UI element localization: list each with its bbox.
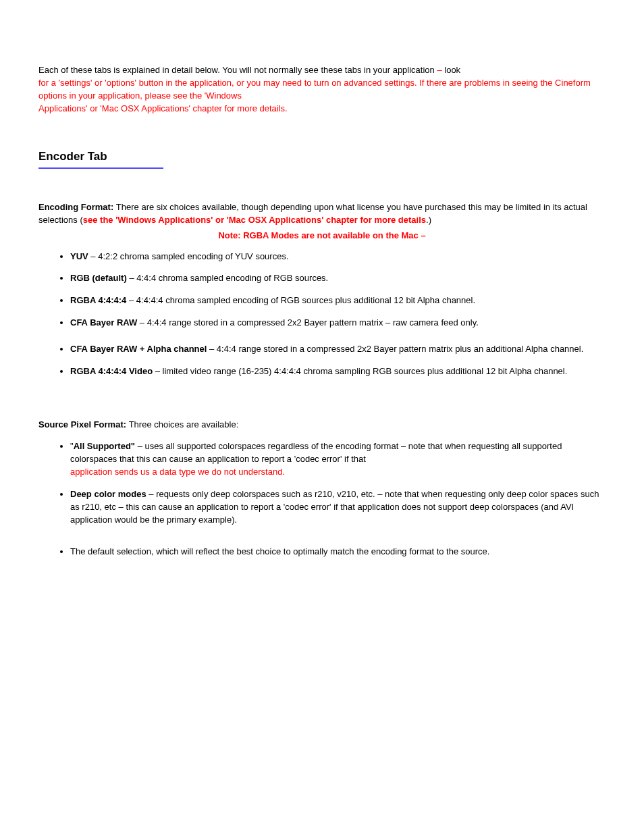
encoding-format-list: YUV – 4:2:2 chroma sampled encoding of Y… [38, 251, 606, 378]
section-rule [38, 167, 163, 169]
encoding-format-block: Encoding Format: There are six choices a… [38, 201, 606, 378]
item-name: RGB (default) [70, 273, 127, 283]
item-desc: The default selection, which will reflec… [70, 546, 489, 556]
subsection-label: Source Pixel Format: [38, 419, 129, 429]
list-item: CFA Bayer RAW – 4:4:4 range stored in a … [70, 317, 606, 330]
item-desc: 4:4:4:4 chroma sampled encoding of RGB s… [136, 295, 475, 305]
source-pixel-format-block: Source Pixel Format: Three choices are a… [38, 419, 606, 558]
item-name: RGBA 4:4:4:4 Video [70, 366, 153, 376]
item-sep: – [127, 273, 136, 283]
item-tail: – raw camera feed only. [385, 317, 479, 328]
encoder-tab-heading: Encoder Tab [38, 149, 606, 169]
item-sep: – [135, 441, 144, 451]
item-desc: 4:4:4 chroma sampled encoding of RGB sou… [136, 273, 328, 283]
list-item: RGBA 4:4:4:4 Video – limited video range… [70, 365, 606, 378]
intro-text: Windows [206, 90, 242, 101]
encoding-format-note-line: Note: RGBA Modes are not available on th… [38, 230, 606, 242]
list-item: Deep color modes – requests only deep co… [70, 488, 606, 527]
item-desc: requests only deep colorspaces such as r… [156, 489, 377, 499]
item-sep: – [146, 489, 156, 499]
item-sep: – [153, 366, 162, 376]
item-sep: – [207, 344, 216, 354]
item-sep: – [88, 251, 98, 261]
item-name: CFA Bayer RAW + Alpha channel [70, 344, 207, 354]
encoding-format-hi: see the 'Windows Applications' or 'Mac O… [83, 215, 426, 225]
source-intro: Three choices are available: [129, 419, 239, 429]
encoding-format-note-dash: – [419, 230, 426, 240]
intro-dash: – [437, 65, 444, 75]
item-trail: – this can cause an application to repor… [70, 502, 574, 525]
encoding-format-lead-end: .) [426, 215, 431, 225]
item-name: Deep color modes [70, 489, 146, 499]
intro-paragraph: Each of these tabs is explained in detai… [38, 64, 606, 115]
item-name: YUV [70, 251, 88, 261]
intro-text: Applications' or 'Mac OSX Applications' … [38, 103, 288, 113]
item-desc: 4:4:4 range stored in a compressed 2x2 B… [147, 317, 385, 328]
list-item: CFA Bayer RAW + Alpha channel – 4:4:4 ra… [70, 343, 606, 356]
list-item: RGBA 4:4:4:4 – 4:4:4:4 chroma sampled en… [70, 294, 606, 307]
source-list: "All Supported" – uses all supported col… [38, 440, 606, 558]
item-sep: – [126, 295, 136, 305]
intro-text: look [444, 65, 460, 75]
item-name: All Supported" [74, 441, 135, 451]
item-name: CFA Bayer RAW [70, 317, 137, 328]
item-name: RGBA 4:4:4:4 [70, 295, 126, 305]
encoding-format-note: Note: RGBA Modes are not available on th… [218, 230, 418, 240]
intro-text: , please see the ' [140, 90, 206, 101]
list-item: The default selection, which will reflec… [70, 546, 606, 558]
item-desc: 4:4:4 range stored in a compressed 2x2 B… [217, 344, 583, 354]
subsection-label: Encoding Format: [38, 202, 116, 212]
list-item: RGB (default) – 4:4:4 chroma sampled enc… [70, 272, 606, 285]
section-title: Encoder Tab [38, 149, 606, 165]
list-item: "All Supported" – uses all supported col… [70, 440, 606, 479]
list-item: YUV – 4:2:2 chroma sampled encoding of Y… [70, 251, 606, 263]
item-desc: 4:2:2 chroma sampled encoding of YUV sou… [98, 251, 288, 261]
item-trail: application sends us a data type we do n… [70, 466, 606, 479]
item-desc: limited video range (16-235) 4:4:4:4 chr… [163, 366, 568, 376]
intro-text: Each of these tabs is explained in detai… [38, 65, 437, 75]
intro-text: for a 'settings' or 'options' button in … [38, 78, 232, 88]
item-desc: uses all supported colorspaces regardles… [144, 441, 400, 451]
item-sep: – [137, 317, 146, 328]
